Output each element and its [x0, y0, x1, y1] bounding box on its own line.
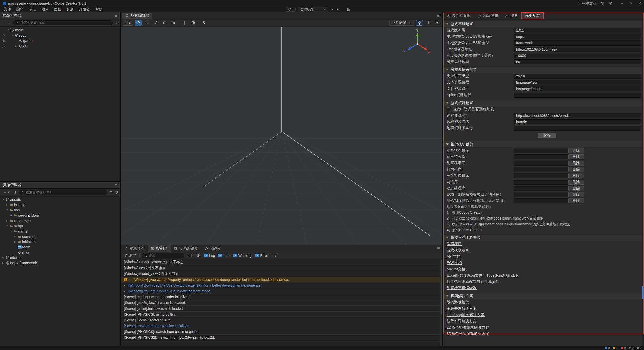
expand-arrow-icon[interactable]: ▸ — [5, 202, 9, 207]
tab-service[interactable]: 服务 — [502, 12, 521, 19]
preview-target-button[interactable] — [286, 7, 296, 12]
solution-link[interactable]: Tiledmap地图解决方案 — [447, 313, 485, 317]
tree-row[interactable]: ▸gui — [0, 43, 120, 49]
tree-row[interactable]: main — [0, 250, 120, 255]
scrollbar-thumb[interactable] — [441, 260, 442, 314]
package-icon[interactable] — [601, 2, 604, 5]
module-delete-button[interactable]: 删除 — [568, 186, 584, 191]
property-input[interactable] — [514, 28, 641, 33]
step-button[interactable] — [336, 8, 340, 11]
scale-tool-button[interactable] — [152, 20, 159, 26]
doc-link[interactable]: ECS文档 — [447, 260, 462, 265]
module-delete-button[interactable]: 删除 — [568, 167, 584, 172]
tab-assets-preview[interactable]: 资源预览 — [121, 245, 148, 252]
rotate-tool-button[interactable] — [144, 20, 150, 26]
section-module-trim[interactable]: 框架模块裁剪 — [443, 141, 644, 147]
console-log-row[interactable]: ▸[Window] You are running Vue in develop… — [121, 288, 442, 294]
menu-extension[interactable]: 扩展 — [64, 7, 76, 12]
regex-checkbox[interactable] — [188, 254, 192, 257]
tree-row[interactable]: ▸oops-framework — [0, 260, 120, 266]
collapse-arrow-icon[interactable]: ▾ — [5, 207, 9, 213]
snap-toggle-button[interactable] — [201, 20, 208, 26]
refresh-icon[interactable] — [115, 191, 118, 194]
console-scrollbar[interactable] — [440, 260, 442, 346]
console-log-row[interactable]: [Window] ecs文件夹不存在 — [121, 265, 442, 271]
menu-file[interactable]: 文件 — [1, 7, 14, 12]
module-delete-button[interactable]: 删除 — [568, 198, 584, 203]
panel-menu-icon[interactable] — [436, 14, 440, 17]
view-mode-select[interactable]: 正常浏览 — [389, 20, 414, 26]
console-log-row[interactable]: [Scene] meshopt wasm decoder initialized — [121, 294, 442, 300]
move-tool-button[interactable] — [135, 20, 142, 26]
orientation-gizmo[interactable]: Y X Z — [402, 29, 432, 56]
console-search[interactable] — [142, 253, 184, 258]
tab-property-inspector[interactable]: 属性检查器 — [443, 12, 474, 19]
property-input[interactable] — [514, 119, 641, 124]
expand-arrow-icon[interactable]: ▸ — [9, 213, 13, 218]
module-delete-button[interactable]: 删除 — [568, 148, 584, 153]
section-resource-config[interactable]: 游戏资源配置 — [443, 100, 644, 106]
info-count-badge[interactable]: 3 — [605, 346, 610, 350]
console-log-row[interactable]: [Scene] [PHYSICS2D]: switch from box2d-w… — [121, 335, 442, 340]
hierarchy-search[interactable] — [13, 20, 113, 25]
tab-framework-config[interactable]: 框架配置 — [521, 12, 544, 19]
regex-toggle[interactable]: 正则 — [188, 253, 200, 258]
panel-menu-icon[interactable] — [114, 14, 118, 17]
tab-animation-graph[interactable]: 动画图 — [202, 245, 225, 252]
console-log-row[interactable]: !▸[Window] [Vue warn]: Property "onInput… — [121, 277, 442, 283]
expand-arrow-icon[interactable]: ▸ — [14, 43, 18, 49]
panel-menu-icon[interactable] — [437, 247, 440, 250]
expand-arrow-icon[interactable]: ▸ — [124, 290, 127, 293]
expand-arrow-icon[interactable]: ▸ — [13, 234, 17, 239]
scene-settings-button[interactable] — [434, 20, 440, 26]
property-input[interactable] — [514, 86, 641, 91]
expand-arrow-icon[interactable]: ▸ — [124, 284, 127, 287]
doc-link[interactable]: API文档 — [447, 254, 460, 259]
console-search-input[interactable] — [149, 254, 182, 257]
property-input[interactable] — [514, 126, 641, 131]
module-delete-button[interactable]: 删除 — [568, 161, 584, 166]
info-checkbox[interactable] — [218, 254, 222, 257]
help-icon[interactable] — [609, 2, 612, 5]
tree-row[interactable]: ▾libs — [0, 207, 120, 213]
menu-panel[interactable]: 面板 — [51, 7, 64, 12]
console-log-row[interactable]: [Scene] [PHYSICS]: using builtin. — [121, 312, 442, 317]
solution-link[interactable]: 3D角色扮演游戏解决方案 — [447, 331, 489, 336]
filter-error[interactable]: Error — [255, 254, 268, 258]
tree-row[interactable]: ▸common — [0, 234, 120, 239]
menu-help[interactable]: 帮助 — [93, 7, 105, 12]
property-input[interactable] — [514, 53, 641, 58]
tree-row[interactable]: ▾root — [0, 33, 120, 38]
tree-row[interactable]: ▾game — [0, 229, 120, 234]
console-log-row[interactable]: ▸[Window] Download the Vue Devtools exte… — [121, 283, 442, 288]
transform-tool-button[interactable] — [170, 20, 177, 26]
module-delete-button[interactable]: 删除 — [568, 180, 584, 185]
tree-row[interactable]: TSMain — [0, 244, 120, 250]
maximize-button[interactable] — [629, 2, 632, 5]
module-delete-button[interactable]: 删除 — [568, 154, 584, 159]
console-log-row[interactable]: [Scene] [PHYSICS]: switch from builtin t… — [121, 329, 442, 335]
doc-link[interactable]: 游戏模板项目 — [447, 248, 469, 253]
property-input[interactable] — [514, 80, 641, 85]
doc-link[interactable]: MVVM文档 — [447, 267, 465, 272]
tree-row[interactable]: game — [0, 38, 120, 43]
tree-row[interactable]: ▸resources — [0, 218, 120, 223]
console-log-row[interactable]: [Scene] [box2d]:box2d wasm lib loaded. — [121, 300, 442, 306]
menu-edit[interactable]: 编辑 — [14, 7, 26, 12]
menu-node[interactable]: 节点 — [26, 7, 39, 12]
scrollbar-thumb[interactable] — [642, 286, 644, 299]
tree-row[interactable]: ▸seedrandom — [0, 213, 120, 218]
error-count-badge[interactable]: 0 — [621, 346, 626, 350]
expand-arrow-icon[interactable]: ▸ — [1, 260, 5, 266]
property-input[interactable] — [514, 59, 641, 64]
section-basic-config[interactable]: 游戏基础配置 — [443, 21, 644, 27]
layout-icon[interactable] — [347, 8, 350, 11]
collapse-arrow-icon[interactable]: ▾ — [1, 197, 5, 202]
mode-3d-toggle[interactable]: 3D — [123, 20, 133, 26]
tree-row[interactable]: ▸initialize — [0, 239, 120, 244]
module-delete-button[interactable]: 删除 — [568, 192, 584, 197]
tab-console[interactable]: 控制台 — [148, 245, 171, 252]
console-log-row[interactable]: [Window] model_view文件夹不存在 — [121, 271, 442, 277]
solution-link[interactable]: 新手引导解决方案 — [447, 319, 477, 324]
menu-project[interactable]: 项目 — [39, 7, 51, 12]
